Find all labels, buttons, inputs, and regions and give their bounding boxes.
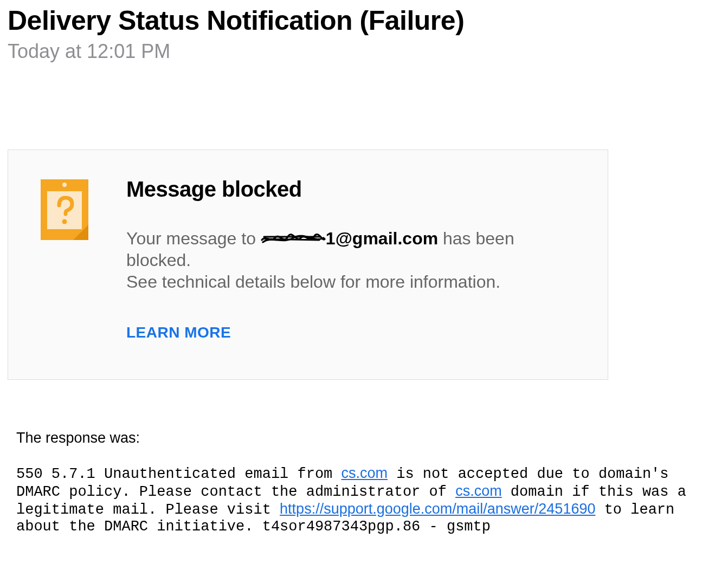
svg-point-3 <box>62 219 67 224</box>
tech-seg-1: 550 5.7.1 Unauthenticated email from <box>16 466 342 482</box>
learn-more-link[interactable]: LEARN MORE <box>126 324 231 341</box>
email-timestamp: Today at 12:01 PM <box>8 40 720 63</box>
recipient-address: 1@gmail.com <box>261 228 438 249</box>
support-link[interactable]: https://support.google.com/mail/answer/2… <box>280 501 595 517</box>
card-message: Your message to 1@gmail.com has been blo… <box>126 228 575 293</box>
email-subject: Delivery Status Notification (Failure) <box>8 5 720 37</box>
question-note-icon <box>41 179 88 242</box>
card-line-prefix: Your message to <box>126 229 261 248</box>
address-visible-part: 1@gmail.com <box>326 228 438 249</box>
domain-link-1[interactable]: cs.com <box>342 465 388 481</box>
svg-point-2 <box>62 183 67 187</box>
card-line-2: See technical details below for more inf… <box>126 272 500 292</box>
domain-link-2[interactable]: cs.com <box>455 483 502 499</box>
smtp-response: 550 5.7.1 Unauthenticated email from cs.… <box>16 465 699 535</box>
bounce-card: Message blocked Your message to 1@gmail.… <box>8 150 608 380</box>
technical-details: The response was: 550 5.7.1 Unauthentica… <box>8 430 720 535</box>
details-intro: The response was: <box>16 430 720 446</box>
card-title: Message blocked <box>126 177 575 202</box>
redaction-scribble-icon <box>261 229 326 242</box>
